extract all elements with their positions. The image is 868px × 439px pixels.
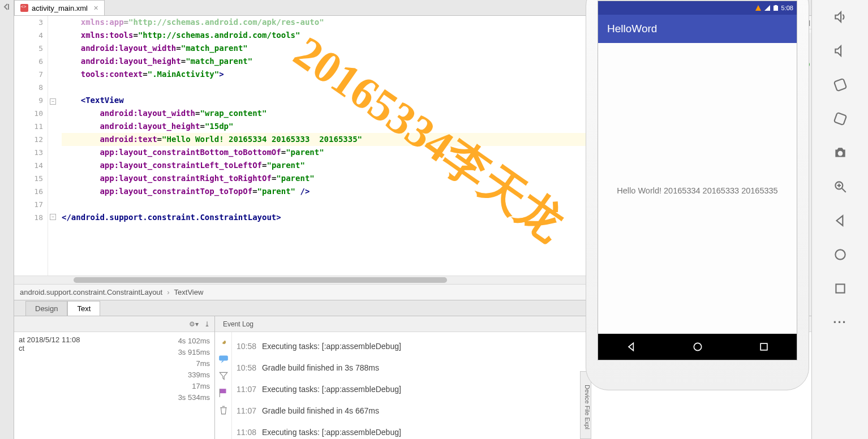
rotate-left-icon[interactable] — [831, 76, 849, 94]
svg-rect-19 — [760, 343, 767, 350]
close-icon[interactable]: ✕ — [93, 5, 98, 12]
status-clock: 5:08 — [781, 5, 793, 11]
balloon-icon[interactable] — [218, 354, 229, 364]
breadcrumb-item[interactable]: TextView — [174, 288, 204, 296]
nav-bar — [598, 334, 797, 360]
build-duration: 7ms — [178, 358, 210, 369]
svg-point-18 — [694, 343, 701, 350]
app-bar: HelloWord — [598, 15, 797, 43]
line-number-gutter: 3456789101112131415161718 — [14, 16, 48, 276]
xml-file-icon — [20, 4, 28, 12]
battery-icon — [774, 5, 778, 11]
status-bar: 5:08 — [598, 1, 797, 15]
app-title: HelloWord — [607, 23, 657, 35]
filter-icon[interactable] — [218, 371, 229, 381]
fold-column[interactable]: − − — [48, 16, 59, 276]
fold-marker-icon[interactable]: − — [50, 214, 56, 220]
file-tab-activity-main[interactable]: activity_main.xml ✕ — [14, 0, 105, 15]
trash-icon[interactable] — [218, 404, 229, 415]
scrollbar-thumb[interactable] — [74, 277, 447, 283]
emulator-toolbar: ··· — [811, 0, 868, 439]
event-log-entry: 11:08 Executing tasks: [:app:assembleDeb… — [237, 421, 807, 439]
svg-rect-17 — [775, 5, 777, 6]
build-duration: 17ms — [178, 381, 210, 392]
file-tab-label: activity_main.xml — [32, 4, 88, 12]
svg-line-11 — [842, 188, 846, 192]
app-content: Hello World! 20165334 20165333 20165335 — [598, 48, 797, 334]
event-log-title: Event Log — [220, 320, 253, 328]
hello-world-text: Hello World! 20165334 20165333 20165335 — [617, 186, 777, 195]
event-log-entry: 11:07 Gradle build finished in 4s 667ms — [237, 400, 807, 421]
build-duration: 4s 102ms — [178, 335, 210, 347]
signal-icon — [764, 5, 770, 11]
back-icon[interactable] — [831, 212, 849, 230]
nav-home-icon[interactable] — [692, 341, 703, 352]
camera-icon[interactable] — [831, 144, 849, 162]
svg-rect-4 — [219, 355, 228, 360]
zoom-icon[interactable] — [831, 178, 849, 196]
breadcrumb-item[interactable]: android.support.constraint.ConstraintLay… — [20, 288, 162, 296]
warning-icon — [755, 5, 761, 11]
svg-rect-16 — [774, 6, 778, 11]
overview-icon[interactable] — [831, 279, 849, 298]
build-sublabel: ct — [19, 344, 178, 352]
rotate-right-icon[interactable] — [831, 110, 849, 128]
svg-point-14 — [835, 249, 845, 259]
nav-overview-icon[interactable] — [758, 341, 770, 352]
build-duration: 3s 534ms — [178, 392, 210, 403]
svg-rect-5 — [220, 389, 226, 393]
home-icon[interactable] — [831, 246, 849, 264]
tab-text[interactable]: Text — [67, 301, 100, 316]
left-tool-strip[interactable] — [0, 0, 14, 439]
volume-down-icon[interactable] — [831, 42, 849, 60]
gear-icon[interactable]: ⚙▾ — [189, 320, 199, 328]
svg-rect-7 — [833, 79, 846, 91]
chevron-right-icon: › — [167, 288, 169, 296]
flag-icon[interactable] — [218, 388, 229, 398]
tab-design[interactable]: Design — [25, 301, 67, 316]
collapse-icon[interactable] — [3, 3, 11, 11]
more-icon[interactable]: ··· — [831, 313, 849, 332]
svg-rect-8 — [833, 113, 846, 125]
download-icon[interactable]: ⤓ — [204, 320, 210, 328]
nav-back-icon[interactable] — [626, 341, 637, 352]
wrench-icon[interactable] — [218, 337, 229, 347]
build-duration: 339ms — [178, 369, 210, 381]
build-duration: 3s 915ms — [178, 347, 210, 358]
build-timestamp: at 2018/5/12 11:08 — [19, 335, 178, 344]
emulator-screen[interactable]: 5:08 HelloWord Hello World! 20165334 201… — [598, 1, 797, 360]
svg-point-9 — [837, 151, 843, 156]
volume-up-icon[interactable] — [831, 8, 849, 26]
svg-rect-15 — [836, 284, 844, 292]
fold-marker-icon[interactable]: − — [50, 98, 56, 105]
emulator-device-frame: 5:08 HelloWord Hello World! 20165334 201… — [586, 0, 809, 390]
build-panel: ⚙▾ ⤓ at 2018/5/12 11:08 ct 4s 102ms3s 91… — [14, 316, 215, 439]
